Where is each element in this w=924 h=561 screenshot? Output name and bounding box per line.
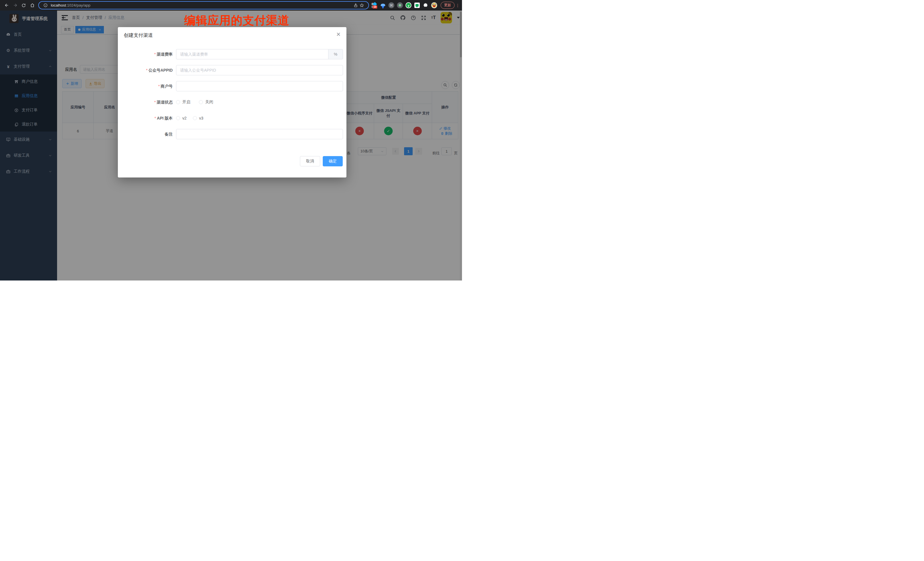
form-row-status: *渠道状态 开启 关闭 [118,97,346,107]
extension-record-icon[interactable] [397,2,403,8]
extension-command-icon[interactable]: ⌘ [388,2,394,8]
form-row-api: *API 版本 v2 v3 [118,113,346,123]
radio-status-closed[interactable]: 关闭 [199,100,213,105]
remark-label: 备注 [118,129,172,139]
mch-label: *商户号 [118,81,172,91]
browser-back-button[interactable] [3,2,10,9]
browser-menu-icon[interactable]: ⋮ [456,3,459,8]
browser-forward-button[interactable] [11,2,19,9]
fee-label: *渠道费率 [118,49,172,59]
radio-circle-icon [193,116,197,120]
status-label: *渠道状态 [118,97,172,107]
address-bar[interactable]: localhost:1024/pay/app [38,1,369,9]
extensions-puzzle-icon[interactable] [423,2,429,8]
radio-circle-icon [176,116,180,120]
browser-profile-avatar[interactable] [431,2,437,8]
site-info-icon[interactable] [42,2,48,9]
api-label: *API 版本 [118,113,172,123]
radio-status-open[interactable]: 开启 [176,100,190,105]
close-icon[interactable]: ✕ [336,31,341,38]
percent-suffix: % [328,49,343,59]
mch-input[interactable] [176,81,343,91]
annotation-title: 编辑应用的支付渠道 [184,12,290,28]
fee-input[interactable] [176,49,328,59]
extension-chat-icon[interactable] [414,2,420,8]
share-icon[interactable] [352,2,359,9]
create-channel-dialog: 创建支付渠道 ✕ *渠道费率 % *公众号APPID *商户号 *渠道状态 开启… [118,27,346,177]
appid-input[interactable] [176,65,343,75]
url-host: localhost [51,3,66,8]
browser-update-button[interactable]: 更新 [441,2,454,9]
extension-y-icon[interactable]: y [405,2,411,8]
url-text: localhost:1024/pay/app [51,3,352,8]
appid-label: *公众号APPID [118,65,172,75]
extension-kite-icon[interactable]: 10 [371,2,377,8]
radio-circle-icon [176,100,180,104]
form-row-appid: *公众号APPID [118,65,346,75]
form-row-mch: *商户号 [118,81,346,91]
confirm-button[interactable]: 确定 [323,156,343,166]
dialog-title: 创建支付渠道 [124,32,153,39]
browser-home-button[interactable] [28,2,36,9]
browser-reload-button[interactable] [20,2,27,9]
url-path: :1024/pay/app [66,3,90,8]
radio-api-v2[interactable]: v2 [176,116,187,120]
radio-circle-icon [199,100,203,104]
form-row-fee: *渠道费率 % [118,49,346,59]
radio-api-v3[interactable]: v3 [193,116,204,120]
cancel-button[interactable]: 取消 [300,156,320,166]
browser-bar: localhost:1024/pay/app 10 ⌘ y 更新 ⋮ [0,0,462,10]
extension-gem-icon[interactable] [380,2,386,8]
remark-input[interactable] [176,129,343,139]
bookmark-star-icon[interactable] [359,2,365,9]
form-row-remark: 备注 [118,129,346,139]
extension-badge: 10 [373,5,377,9]
extensions-bar: 10 ⌘ y [371,2,437,8]
